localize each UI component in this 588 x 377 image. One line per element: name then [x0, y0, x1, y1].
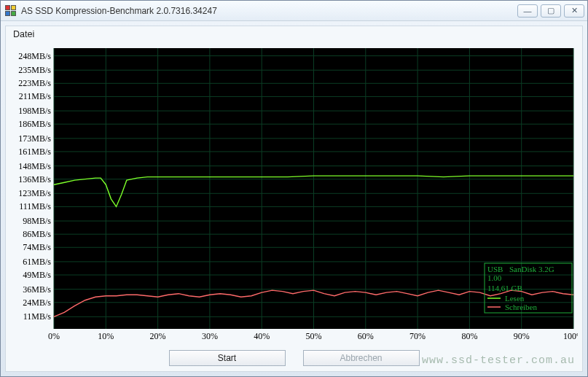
- svg-text:211MB/s: 211MB/s: [19, 91, 52, 101]
- client-area: Datei 11MB/s24MB/s36MB/s49MB/s61MB/s74MB…: [5, 26, 583, 372]
- menubar: Datei: [6, 26, 582, 41]
- menu-file[interactable]: Datei: [13, 29, 34, 39]
- svg-text:111MB/s: 111MB/s: [19, 201, 51, 211]
- svg-text:50%: 50%: [306, 331, 322, 341]
- svg-text:223MB/s: 223MB/s: [18, 78, 51, 88]
- svg-text:USB: USB: [487, 265, 503, 273]
- minimize-button[interactable]: —: [517, 4, 538, 18]
- svg-text:Schreiben: Schreiben: [505, 303, 537, 311]
- svg-text:10%: 10%: [98, 331, 114, 341]
- svg-text:1.00: 1.00: [487, 273, 502, 282]
- svg-text:20%: 20%: [150, 331, 166, 341]
- window-controls: — ▢ ✕: [517, 4, 584, 18]
- window-title: AS SSD Kompression-Benchmark 2.0.7316.34…: [21, 6, 517, 16]
- svg-text:161MB/s: 161MB/s: [18, 147, 51, 157]
- svg-text:36MB/s: 36MB/s: [23, 284, 51, 295]
- close-button[interactable]: ✕: [564, 4, 584, 18]
- svg-text:235MB/s: 235MB/s: [18, 65, 51, 75]
- svg-text:Lesen: Lesen: [505, 294, 525, 303]
- app-icon: [5, 5, 17, 17]
- svg-text:49MB/s: 49MB/s: [23, 270, 51, 280]
- svg-text:70%: 70%: [409, 331, 426, 341]
- svg-text:11MB/s: 11MB/s: [23, 311, 52, 322]
- svg-text:148MB/s: 148MB/s: [18, 161, 51, 171]
- svg-text:30%: 30%: [202, 331, 218, 341]
- svg-text:100%: 100%: [563, 331, 578, 341]
- svg-text:173MB/s: 173MB/s: [18, 133, 51, 144]
- svg-text:61MB/s: 61MB/s: [23, 257, 51, 267]
- svg-text:136MB/s: 136MB/s: [18, 174, 51, 184]
- svg-text:114,61 GB: 114,61 GB: [487, 284, 522, 292]
- cancel-button: Abbrechen: [303, 350, 420, 366]
- chart-area: 11MB/s24MB/s36MB/s49MB/s61MB/s74MB/s86MB…: [10, 44, 578, 343]
- titlebar: AS SSD Kompression-Benchmark 2.0.7316.34…: [1, 1, 587, 21]
- app-window: AS SSD Kompression-Benchmark 2.0.7316.34…: [0, 0, 588, 377]
- compression-chart: 11MB/s24MB/s36MB/s49MB/s61MB/s74MB/s86MB…: [10, 44, 578, 343]
- svg-text:86MB/s: 86MB/s: [23, 229, 51, 239]
- svg-text:80%: 80%: [461, 331, 477, 341]
- svg-text:198MB/s: 198MB/s: [18, 106, 51, 116]
- maximize-button[interactable]: ▢: [541, 4, 561, 18]
- svg-text:186MB/s: 186MB/s: [18, 119, 51, 129]
- svg-text:60%: 60%: [358, 331, 374, 341]
- start-button[interactable]: Start: [169, 350, 286, 366]
- svg-text:24MB/s: 24MB/s: [23, 298, 51, 308]
- svg-text:98MB/s: 98MB/s: [23, 216, 51, 226]
- button-row: Start Abbrechen: [6, 345, 582, 371]
- svg-text:248MB/s: 248MB/s: [18, 51, 51, 61]
- svg-text:0%: 0%: [48, 331, 60, 341]
- svg-text:74MB/s: 74MB/s: [23, 242, 51, 252]
- svg-text:123MB/s: 123MB/s: [18, 188, 51, 198]
- svg-text:40%: 40%: [254, 331, 270, 341]
- svg-text:90%: 90%: [514, 331, 530, 341]
- svg-text:SanDisk 3.2G: SanDisk 3.2G: [509, 265, 554, 273]
